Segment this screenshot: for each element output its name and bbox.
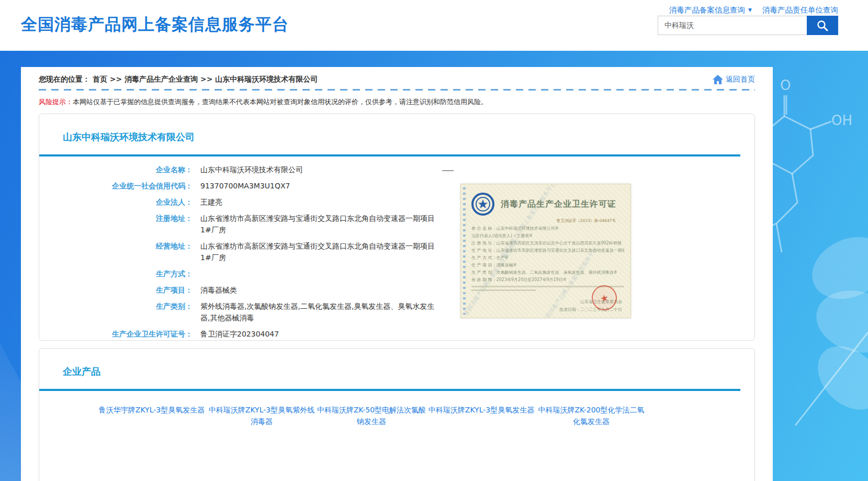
field-label: 生产方式： xyxy=(39,268,193,279)
nav-record-info-query[interactable]: 消毒产品备案信息查询 ▼ xyxy=(669,5,752,15)
certificate-lines: 单 位 名 称：山东中科瑞沃环境技术有限公司※ 法定代表人(或负责人)：王建亮※… xyxy=(471,225,624,284)
certificate-line: 生 产 项 目：消毒器械※ xyxy=(471,262,624,269)
products-card-title: 企业产品 xyxy=(63,365,754,378)
field-label: 生产企业卫生许可证号： xyxy=(39,328,193,340)
field-label: 生产类别： xyxy=(39,300,193,323)
product-link[interactable]: 中科瑞沃牌ZK-50型电解法次氯酸钠发生器 xyxy=(317,405,426,427)
certificate-line: 单 位 名 称：山东中科瑞沃环境技术有限公司※ xyxy=(471,225,624,232)
back-home-link[interactable]: 返回首页 xyxy=(712,74,755,85)
company-info-card: 山东中科瑞沃环境技术有限公司 企业名称： 山东中科瑞沃环境技术有限公司 企业统一… xyxy=(39,114,755,341)
breadcrumb-separator: >> xyxy=(200,75,212,83)
products-card: 企业产品 鲁沃华宇牌ZKYL-3型臭氧发生器 中科瑞沃牌ZKYL-3型臭氧紫外线… xyxy=(39,348,755,481)
field-value: 山东中科瑞沃环境技术有限公司 xyxy=(200,164,303,175)
card-title-underline xyxy=(39,154,740,156)
field-value: 山东省潍坊市高新区潍安路与宝通街交叉路口东北角自动变速器一期项目1#厂房 xyxy=(200,240,441,263)
certificate-fine-print xyxy=(471,289,536,291)
main-content: 您现在的位置： 首页 >> 消毒产品生产企业查询 >> 山东中科瑞沃环境技术有限… xyxy=(21,67,773,481)
certificate-line: 生 产 地 址：山东省潍坊市高新区潍安路与宝通街交叉路口东北角自动变速器一期项目… xyxy=(471,247,624,254)
company-card-title: 山东中科瑞沃环境技术有限公司 xyxy=(63,131,754,143)
certificate-line: 法定代表人(或负责人)：王建亮※ xyxy=(471,232,624,240)
certificate-number: 鲁卫消证字（2023）第-04647号 xyxy=(471,218,616,223)
top-nav: 消毒产品备案信息查询 ▼ 消毒产品责任单位查询 xyxy=(669,5,838,15)
nav-responsible-unit-query-label: 消毒产品责任单位查询 xyxy=(762,5,838,15)
search-icon xyxy=(816,19,829,32)
breadcrumb-enterprise-query[interactable]: 消毒产品生产企业查询 xyxy=(125,75,198,83)
field-value: 山东省潍坊市高新区潍安路与宝通街交叉路口东北角自动变速器一期项目1#厂房 xyxy=(200,212,441,236)
site-title: 全国消毒产品网上备案信息服务平台 xyxy=(21,14,289,36)
product-link[interactable]: 中科瑞沃牌ZKYL-3型臭氧发生器 xyxy=(426,405,536,427)
breadcrumb-company: 山东中科瑞沃环境技术有限公司 xyxy=(215,75,318,83)
site-header: 全国消毒产品网上备案信息服务平台 消毒产品备案信息查询 ▼ 消毒产品责任单位查询 xyxy=(0,0,868,51)
risk-notice: 风险提示：本网站仅基于已掌握的信息提供查询服务，查询结果不代表本网站对被查询对象… xyxy=(39,97,755,107)
field-row-production-project: 生产项目： 消毒器械类 xyxy=(39,284,754,296)
product-link[interactable]: 鲁沃华宇牌ZKYL-3型臭氧发生器 xyxy=(97,405,207,427)
certificate-line: 有 效 期 限：2023年9月20日至2027年9月19日※ xyxy=(471,276,624,284)
search-bar xyxy=(658,16,838,35)
field-row-production-mode: 生产方式： xyxy=(39,268,754,279)
breadcrumb-separator: >> xyxy=(110,75,122,83)
field-row-registered-address: 注册地址： 山东省潍坊市高新区潍安路与宝通街交叉路口东北角自动变速器一期项目1#… xyxy=(39,212,754,236)
field-row-company-name: 企业名称： 山东中科瑞沃环境技术有限公司 xyxy=(39,164,754,175)
company-fields: 企业名称： 山东中科瑞沃环境技术有限公司 企业统一社会信用代码： 9137070… xyxy=(39,164,754,341)
back-home-label: 返回首页 xyxy=(726,75,755,84)
certificate-body: 消毒产品生产企业卫生许可证 鲁卫消证字（2023）第-04647号 单 位 名 … xyxy=(461,184,630,318)
certificate-line: 生 产 方 式：生产※ xyxy=(471,254,624,262)
field-value: 91370700MA3M3U1QX7 xyxy=(200,180,290,192)
product-link[interactable]: 中科瑞沃牌ZKYL-3型臭氧紫外线消毒器 xyxy=(207,405,317,427)
certificate-header: 消毒产品生产企业卫生许可证 xyxy=(471,193,624,216)
certificate-image: 全国消毒产品网上备案信息服务平台 全国消毒产品网上备案信息服务平台 全国消毒产品… xyxy=(460,184,631,318)
nav-record-info-query-label: 消毒产品备案信息查询 xyxy=(669,5,745,15)
field-label: 生产项目： xyxy=(39,284,193,296)
certificate-line: 注 册 地 址：山东省潍坊高新区玉清东街以北中心次干道以西高新大厦902科研楼 xyxy=(471,240,624,247)
field-row-production-category: 生产类别： 紫外线消毒器,次氯酸钠发生器,二氧化氯发生器,臭氧发生器、臭氧水发生… xyxy=(39,300,754,323)
scan-artifact-dash xyxy=(442,170,454,171)
dashed-separator xyxy=(39,89,755,91)
product-link[interactable]: 中科瑞沃牌ZK-200型化学法二氧化氯发生器 xyxy=(536,405,646,427)
breadcrumb-home[interactable]: 首页 xyxy=(93,75,107,83)
risk-notice-text: 本网站仅基于已掌握的信息提供查询服务，查询结果不代表本网站对被查询对象信用状况的… xyxy=(73,98,488,106)
certificate-title: 消毒产品生产企业卫生许可证 xyxy=(501,199,616,210)
field-label: 经营地址： xyxy=(39,240,193,263)
field-row-credit-code: 企业统一社会信用代码： 91370700MA3M3U1QX7 xyxy=(39,180,754,192)
certificate-line: 生 产 类 别：次氯酸钠发生器、二氧化氯发生器、臭氧发生器、紫外线消毒器※ xyxy=(471,269,624,276)
field-label: 注册地址： xyxy=(39,212,193,236)
breadcrumb: 您现在的位置： 首页 >> 消毒产品生产企业查询 >> 山东中科瑞沃环境技术有限… xyxy=(39,75,318,84)
chem-oh-label: OH xyxy=(831,113,852,128)
risk-notice-label: 风险提示： xyxy=(39,98,73,106)
field-value: 紫外线消毒器,次氯酸钠发生器,二氧化氯发生器,臭氧发生器、臭氧水发生器,其他器械… xyxy=(200,300,441,323)
field-value: 王建亮 xyxy=(200,196,222,208)
field-label: 企业名称： xyxy=(39,164,193,175)
chevron-down-icon: ▼ xyxy=(748,8,752,13)
national-emblem-icon xyxy=(471,193,494,216)
search-input[interactable] xyxy=(658,16,807,35)
chem-o-label: O xyxy=(780,77,791,93)
field-row-hygiene-license-no: 生产企业卫生许可证号： 鲁卫消证字202304047 xyxy=(39,328,754,340)
field-row-legal-person: 企业法人： 王建亮 xyxy=(39,196,754,208)
field-value: 鲁卫消证字202304047 xyxy=(200,328,279,340)
nav-responsible-unit-query[interactable]: 消毒产品责任单位查询 xyxy=(762,5,838,15)
field-row-business-address: 经营地址： 山东省潍坊市高新区潍安路与宝通街交叉路口东北角自动变速器一期项目1#… xyxy=(39,240,754,263)
field-value: 消毒器械类 xyxy=(200,284,237,296)
breadcrumb-prefix: 您现在的位置： xyxy=(39,75,90,83)
breadcrumb-row: 您现在的位置： 首页 >> 消毒产品生产企业查询 >> 山东中科瑞沃环境技术有限… xyxy=(39,67,755,85)
products-list: 鲁沃华宇牌ZKYL-3型臭氧发生器 中科瑞沃牌ZKYL-3型臭氧紫外线消毒器 中… xyxy=(39,391,754,434)
field-label: 企业统一社会信用代码： xyxy=(39,180,193,192)
home-icon xyxy=(712,74,724,85)
search-button[interactable] xyxy=(807,16,838,35)
field-label: 企业法人： xyxy=(39,196,193,208)
